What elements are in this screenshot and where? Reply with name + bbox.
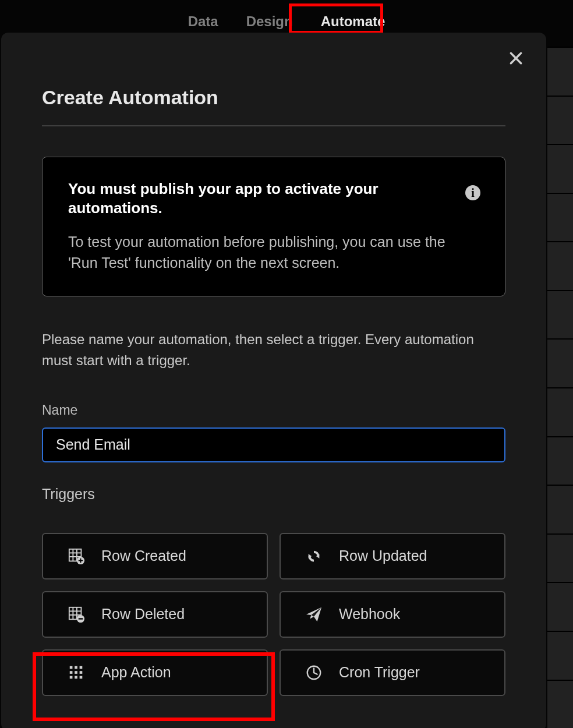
svg-rect-22 [80,671,83,674]
automation-name-input[interactable] [42,427,505,462]
close-button[interactable] [507,49,525,68]
table-remove-icon [66,605,86,624]
trigger-label: Row Deleted [101,606,185,623]
trigger-label: App Action [101,664,171,681]
svg-rect-18 [75,666,77,669]
top-nav: Data Design Automate [0,0,573,33]
paper-plane-icon [304,605,324,624]
trigger-cron[interactable]: Cron Trigger [280,649,505,696]
svg-rect-19 [80,666,83,669]
trigger-row-updated[interactable]: Row Updated [280,533,505,579]
right-panel-strips [547,47,573,728]
trigger-row-created[interactable]: Row Created [42,533,268,579]
publish-info-box: i You must publish your app to activate … [42,157,505,296]
trigger-webhook[interactable]: Webhook [280,591,505,638]
create-automation-modal: Create Automation i You must publish you… [1,33,546,728]
info-title: You must publish your app to activate yo… [68,179,418,217]
trigger-label: Row Created [101,547,186,564]
svg-rect-17 [70,666,73,669]
trigger-grid: Row Created Row Updated Row [42,533,505,696]
modal-title: Create Automation [42,86,505,109]
info-icon: i [465,185,480,200]
close-icon [508,51,524,66]
tab-design[interactable]: Design [246,13,293,30]
trigger-label: Row Updated [339,547,427,564]
refresh-icon [304,546,324,566]
trigger-app-action[interactable]: App Action [42,649,268,696]
divider [42,125,505,126]
instructions-text: Please name your automation, then select… [42,329,505,371]
svg-rect-23 [70,676,73,678]
tab-data[interactable]: Data [188,13,218,30]
trigger-label: Cron Trigger [339,664,420,681]
trigger-label: Webhook [339,606,400,623]
trigger-row-deleted[interactable]: Row Deleted [42,591,268,638]
svg-rect-20 [70,671,73,674]
svg-rect-21 [75,671,77,674]
tab-automate[interactable]: Automate [321,13,385,30]
triggers-label: Triggers [42,486,505,503]
grid-dots-icon [66,663,86,683]
name-label: Name [42,402,505,418]
svg-line-28 [314,673,317,674]
svg-rect-24 [75,676,77,678]
table-add-icon [66,546,86,566]
info-body: To test your automation before publishin… [68,231,464,274]
svg-rect-25 [80,676,83,678]
clock-icon [304,663,324,683]
